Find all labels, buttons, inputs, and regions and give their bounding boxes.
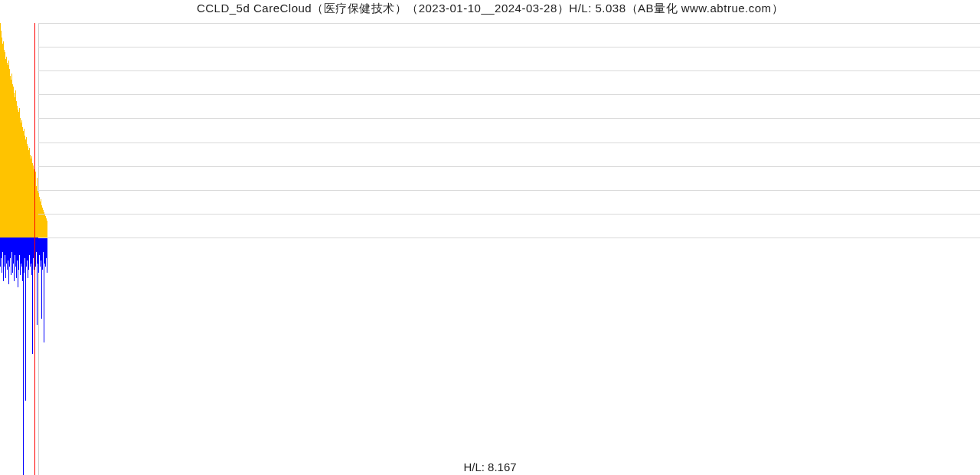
gridline bbox=[38, 142, 980, 143]
chart-title: CCLD_5d CareCloud（医疗保健技术）（2023-01-10__20… bbox=[0, 2, 980, 16]
gridline bbox=[38, 238, 980, 238]
gridline bbox=[38, 70, 980, 71]
red-vertical-line bbox=[34, 23, 35, 475]
gridline bbox=[38, 166, 980, 167]
gridline bbox=[38, 214, 980, 215]
bar-lower bbox=[23, 238, 24, 475]
bar-upper bbox=[47, 221, 47, 238]
chart-footer: H/L: 8.167 bbox=[0, 460, 980, 473]
gridline bbox=[38, 47, 980, 48]
upper-bar-plot bbox=[0, 23, 980, 238]
gridline bbox=[38, 190, 980, 191]
gridline bbox=[38, 23, 980, 24]
gridline bbox=[38, 94, 980, 95]
lower-bar-plot bbox=[0, 238, 980, 475]
gridline bbox=[38, 118, 980, 119]
bar-lower bbox=[47, 238, 47, 273]
